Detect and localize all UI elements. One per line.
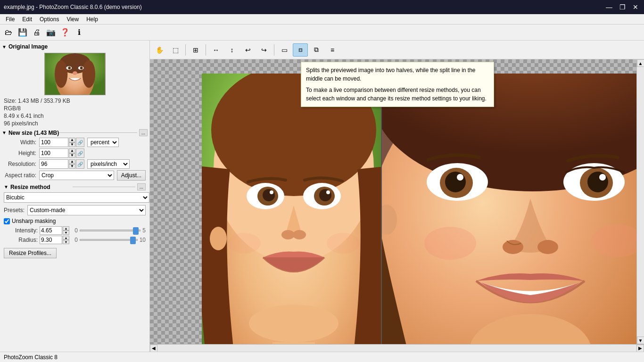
- horizontal-scrollbar: ◀ ▶: [150, 344, 644, 352]
- svg-point-46: [537, 240, 558, 254]
- status-bar: PhotoZoom Classic 8: [0, 352, 644, 362]
- save-button[interactable]: 💾: [16, 26, 29, 39]
- height-spinner: ▲ ▼: [69, 148, 75, 158]
- width-label: Width:: [4, 139, 39, 146]
- split-view-button[interactable]: ⧈: [293, 43, 308, 57]
- menu-file[interactable]: File: [2, 14, 18, 24]
- height-label: Height:: [4, 150, 39, 156]
- width-lock-button[interactable]: 🔗: [76, 138, 84, 147]
- thumbnail-image: [44, 53, 106, 95]
- select-tool-button[interactable]: ⬚: [168, 43, 183, 57]
- new-size-divider: ▼ New size (1.43 MB) ...: [2, 129, 148, 136]
- menu-edit[interactable]: Edit: [18, 14, 36, 24]
- scroll-down-button[interactable]: ▼: [637, 337, 644, 344]
- menu-help[interactable]: Help: [83, 14, 102, 24]
- size-unit-select[interactable]: percent pixels inches cm: [87, 138, 119, 147]
- resolution-unit-select[interactable]: pixels/inch pixels/cm: [87, 159, 130, 169]
- intensity-max: 5: [142, 227, 146, 234]
- presets-select[interactable]: Custom-made Default High quality: [27, 205, 146, 215]
- radius-thumb[interactable]: [130, 237, 136, 244]
- intensity-min: 0: [71, 227, 78, 234]
- aspect-select[interactable]: Crop Stretch Fit: [39, 171, 114, 180]
- radius-down-button[interactable]: ▼: [63, 240, 69, 244]
- intensity-down-button[interactable]: ▼: [63, 230, 69, 235]
- width-input[interactable]: [39, 138, 68, 147]
- radius-up-button[interactable]: ▲: [63, 236, 69, 240]
- intensity-input[interactable]: [40, 226, 62, 235]
- resize-method-header: ▼ Resize method ...: [2, 182, 148, 191]
- rotate-left-button[interactable]: ↩: [240, 43, 256, 57]
- zoom-vertical-button[interactable]: ↕: [224, 43, 239, 57]
- height-input[interactable]: [39, 148, 68, 158]
- preview-toolbar: ✋ ⬚ ⊞ ↔ ↕ ↩ ↪ ▭ ⧈ ⧉ ≡: [150, 41, 644, 59]
- height-lock-button[interactable]: 🔗: [76, 148, 84, 158]
- open-button[interactable]: 🗁: [2, 26, 15, 39]
- resolution-input[interactable]: [39, 159, 68, 169]
- width-row: Width: ▲ ▼ 🔗 percent pixels inches cm: [2, 138, 148, 147]
- intensity-up-button[interactable]: ▲: [63, 226, 69, 230]
- compare-button[interactable]: ≡: [325, 43, 340, 57]
- status-text: PhotoZoom Classic 8: [4, 354, 58, 361]
- print-button[interactable]: 🖨: [30, 26, 43, 39]
- original-image-header: ▼ Original Image: [2, 42, 148, 51]
- preview-right-panel: [382, 74, 636, 344]
- single-view-button[interactable]: ▭: [277, 43, 292, 57]
- radius-label: Radius:: [11, 237, 40, 243]
- h-scroll-track[interactable]: [157, 345, 636, 352]
- rotate-right-button[interactable]: ↪: [256, 43, 272, 57]
- svg-point-39: [587, 172, 608, 192]
- preview-left-panel: [202, 74, 381, 344]
- new-size-more-button[interactable]: ...: [139, 129, 148, 136]
- resize-more-button[interactable]: ...: [137, 183, 146, 190]
- scroll-up-button[interactable]: ▲: [637, 59, 644, 67]
- intensity-track[interactable]: [80, 230, 140, 231]
- width-spinner: ▲ ▼: [69, 138, 75, 147]
- svg-point-9: [80, 66, 83, 69]
- resolution-up-button[interactable]: ▲: [69, 159, 75, 164]
- main-toolbar: 🗁 💾 🖨 📷 ❓ ℹ: [0, 25, 644, 41]
- width-up-button[interactable]: ▲: [69, 138, 75, 142]
- resolution-down-button[interactable]: ▼: [69, 164, 75, 169]
- resolution-lock-button[interactable]: 🔗: [76, 159, 84, 169]
- screenshot-button[interactable]: 📷: [44, 26, 58, 39]
- window-title: example.jpg - PhotoZoom Classic 8.0.6 (d…: [4, 4, 142, 10]
- menu-options[interactable]: Options: [36, 14, 63, 24]
- scroll-left-button[interactable]: ◀: [150, 345, 157, 352]
- help-button[interactable]: ❓: [58, 26, 72, 39]
- menu-view[interactable]: View: [63, 14, 83, 24]
- info-button[interactable]: ℹ: [73, 26, 86, 39]
- new-size-label: New size (1.43 MB): [8, 130, 59, 136]
- svg-point-48: [424, 227, 476, 260]
- maximize-button[interactable]: ❐: [618, 3, 627, 11]
- resolution-info: 96 pixels/inch: [2, 120, 148, 127]
- svg-point-29: [228, 233, 261, 254]
- original-image-label: Original Image: [8, 43, 48, 50]
- width-down-button[interactable]: ▼: [69, 142, 75, 147]
- pan-tool-button[interactable]: ✋: [152, 43, 167, 57]
- zoom-horizontal-button[interactable]: ↔: [208, 43, 223, 57]
- resize-method-arrow-icon: ▼: [4, 184, 8, 189]
- close-button[interactable]: ✕: [631, 3, 640, 11]
- intensity-thumb[interactable]: [133, 227, 139, 235]
- zoom-fit-button[interactable]: ⊞: [188, 43, 203, 57]
- adjust-button[interactable]: Adjust...: [117, 170, 146, 181]
- minimize-button[interactable]: —: [604, 3, 614, 11]
- side-by-side-button[interactable]: ⧉: [309, 43, 324, 57]
- original-arrow-icon: ▼: [2, 44, 7, 49]
- resize-divider-line: [73, 187, 135, 187]
- resolution-label: Resolution:: [4, 161, 39, 167]
- dimensions-info: 8.49 x 6.41 inch: [2, 112, 148, 120]
- radius-track[interactable]: [80, 239, 138, 241]
- resize-profiles-button[interactable]: Resize Profiles...: [4, 248, 57, 258]
- radius-row: Radius: ▲ ▼ 0 10: [4, 236, 146, 244]
- radius-input[interactable]: [40, 236, 62, 244]
- resize-method-select[interactable]: Bicubic S-Spline Lanczos: [4, 192, 149, 203]
- unsharp-checkbox[interactable]: [4, 218, 10, 224]
- v-scroll-track[interactable]: [637, 67, 644, 337]
- split-line[interactable]: [381, 74, 382, 344]
- svg-point-5: [82, 60, 95, 88]
- presets-label: Presets:: [4, 207, 27, 214]
- height-down-button[interactable]: ▼: [69, 153, 75, 158]
- scroll-right-button[interactable]: ▶: [636, 345, 644, 352]
- height-up-button[interactable]: ▲: [69, 148, 75, 153]
